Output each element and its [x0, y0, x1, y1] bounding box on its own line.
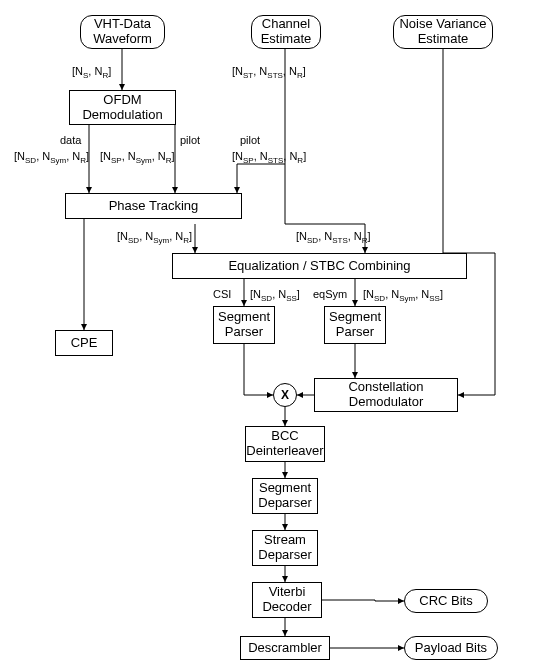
block-segment-deparser: SegmentDeparser	[252, 478, 318, 514]
label-csi: CSI	[213, 288, 231, 300]
block-segment-parser-csi: SegmentParser	[213, 306, 275, 344]
combiner-node: X	[273, 383, 297, 407]
output-payload-bits: Payload Bits	[404, 636, 498, 660]
block-phase-tracking: Phase Tracking	[65, 193, 242, 219]
block-viterbi-decoder: ViterbiDecoder	[252, 582, 322, 618]
label-nsd-nsym-nr-1: [NSD, NSym, NR]	[14, 150, 89, 162]
label-data: data	[60, 134, 81, 146]
label-nsd-nss: [NSD, NSS]	[250, 288, 300, 300]
block-equalization: Equalization / STBC Combining	[172, 253, 467, 279]
label-nsd-nsym-nss: [NSD, NSym, NSS]	[363, 288, 443, 300]
block-bcc-deinterleaver: BCCDeinterleaver	[245, 426, 325, 462]
label-nsp-nsts-nr: [NSP, NSTS, NR]	[232, 150, 306, 162]
block-constellation-demod: ConstellationDemodulator	[314, 378, 458, 412]
label-eqsym: eqSym	[313, 288, 347, 300]
output-cpe: CPE	[55, 330, 113, 356]
label-ns-nr: [NS, NR]	[72, 65, 111, 77]
input-channel-estimate: ChannelEstimate	[251, 15, 321, 49]
label-nsd-nsts-nr: [NSD, NSTS, NR]	[296, 230, 371, 242]
block-segment-parser-eqsym: SegmentParser	[324, 306, 386, 344]
output-crc-bits: CRC Bits	[404, 589, 488, 613]
block-stream-deparser: StreamDeparser	[252, 530, 318, 566]
label-pilot-2: pilot	[240, 134, 260, 146]
label-nsd-nsym-nr-2: [NSD, NSym, NR]	[117, 230, 192, 242]
block-descrambler: Descrambler	[240, 636, 330, 660]
input-vht-data: VHT-DataWaveform	[80, 15, 165, 49]
label-nsp-nsym-nr: [NSP, NSym, NR]	[100, 150, 175, 162]
label-pilot-1: pilot	[180, 134, 200, 146]
diagram-canvas: VHT-DataWaveform ChannelEstimate Noise V…	[0, 0, 541, 671]
block-ofdm-demod: OFDMDemodulation	[69, 90, 176, 125]
input-noise-variance: Noise VarianceEstimate	[393, 15, 493, 49]
label-nst-nsts-nr: [NST, NSTS, NR]	[232, 65, 306, 77]
